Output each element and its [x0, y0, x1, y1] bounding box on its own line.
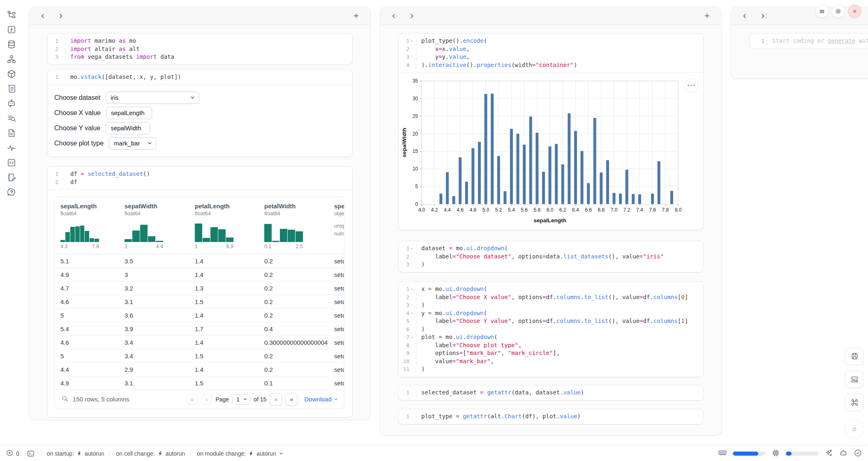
code-editor[interactable]: 1plot_type = getattr(alt.Chart(df), plot… — [399, 409, 703, 424]
tree-icon[interactable] — [6, 9, 17, 21]
stop-icon[interactable] — [845, 420, 864, 439]
generate-link[interactable]: generate — [828, 37, 855, 44]
code-line[interactable]: ) — [416, 260, 703, 269]
chevron-right-icon[interactable] — [55, 11, 66, 21]
code-line[interactable]: value="mark_bar", — [416, 357, 703, 366]
table-row[interactable]: 4.73.21.30.2setosa — [55, 281, 344, 295]
table-row[interactable]: 4.42.91.40.2setosa — [55, 362, 344, 376]
sitemap-icon[interactable] — [6, 53, 17, 65]
chevron-right-icon[interactable] — [406, 11, 417, 21]
dropdown-choose-y-value[interactable]: sepalWidth — [106, 122, 150, 134]
code-line[interactable]: x = mo.ui.dropdown( — [416, 285, 703, 293]
page-select[interactable]: 1 — [232, 394, 250, 405]
code-line[interactable]: options=["mark_bar", "mark_circle"], — [416, 349, 703, 357]
column-header[interactable]: speciesobjectunique:nulls: — [334, 203, 344, 249]
chevron-left-icon[interactable] — [37, 11, 48, 21]
help-bubble-icon[interactable] — [6, 187, 17, 198]
code-line[interactable]: mo.vstack([dataset, x, y, plot]) — [65, 73, 352, 81]
column-header[interactable]: petalWidthfloat640.12.5 — [264, 203, 334, 249]
code-line[interactable]: label="Choose X value", options=df.colum… — [416, 293, 703, 302]
code-editor[interactable]: 1 Start coding or generate with AI — [750, 34, 868, 48]
table-row[interactable]: 5.13.51.40.2setosa — [55, 254, 344, 267]
cell-chart[interactable]: 1plot_type().encode(2 x=x.value,3 y=y.va… — [398, 33, 704, 230]
terminal-icon[interactable] — [27, 449, 35, 458]
table-row[interactable]: 4.931.40.2setosa — [55, 267, 344, 281]
code-line[interactable]: ).interactive().properties(width="contai… — [416, 61, 703, 69]
command-icon[interactable] — [845, 394, 864, 411]
pulse-icon[interactable] — [6, 142, 17, 154]
code-line[interactable]: df = selected_dataset() — [65, 170, 352, 178]
table-row[interactable]: 53.41.50.2setosa — [55, 349, 344, 362]
runtime-config-item[interactable]: on module change:autorun — [197, 450, 284, 457]
cell-xyplot-dropdowns[interactable]: 1x = mo.ui.dropdown(2 label="Choose X va… — [398, 281, 704, 377]
code-editor[interactable]: 1x = mo.ui.dropdown(2 label="Choose X va… — [399, 282, 703, 377]
cell-dataframe[interactable]: 1df = selected_dataset()2df sepalLengthf… — [47, 166, 353, 417]
cell-empty[interactable]: 1 Start coding or generate with AI — [749, 33, 868, 49]
function-icon[interactable] — [6, 24, 17, 35]
code-editor[interactable]: 1selected_dataset = getattr(data, datase… — [399, 385, 703, 400]
table-row[interactable]: 5.43.91.70.4setosa — [55, 322, 344, 335]
code-editor[interactable]: 1df = selected_dataset()2df — [48, 167, 352, 189]
code-editor[interactable]: 1dataset = mo.ui.dropdown(2 label="Choos… — [399, 241, 703, 272]
chat-bot-icon[interactable] — [6, 98, 17, 109]
code-placeholder[interactable]: Start coding or generate with AI — [767, 37, 868, 45]
table-row[interactable]: 4.63.41.40.30000000000000004setosa — [55, 335, 344, 349]
table-row[interactable]: 4.63.11.50.2setosa — [55, 295, 344, 308]
dropdown-choose-plot-type[interactable]: mark_bar — [109, 137, 157, 150]
prev-page-button[interactable]: ‹ — [201, 394, 212, 405]
document-icon[interactable] — [6, 127, 17, 139]
code-editor[interactable]: 1import marimo as mo2import altair as al… — [48, 34, 352, 65]
last-page-button[interactable]: » — [285, 393, 298, 406]
code-line[interactable]: import altair as alt — [65, 45, 352, 53]
code-editor[interactable]: 1plot_type().encode(2 x=x.value,3 y=y.va… — [399, 34, 703, 72]
database-icon[interactable] — [6, 39, 17, 50]
cell-vstack[interactable]: 1mo.vstack([dataset, x, y, plot]) Choose… — [47, 69, 353, 157]
code-line[interactable]: from vega_datasets import data — [65, 53, 352, 61]
scroll-icon[interactable] — [6, 83, 17, 95]
cell-selected-dataset[interactable]: 1selected_dataset = getattr(data, datase… — [398, 385, 704, 401]
runtime-config-item[interactable]: on startup:autorun — [47, 450, 104, 457]
cell-dataset-dropdown[interactable]: 1dataset = mo.ui.dropdown(2 label="Choos… — [398, 241, 704, 272]
save-icon[interactable] — [845, 348, 864, 365]
chevron-right-icon[interactable] — [757, 11, 768, 21]
code-line[interactable]: plot = mo.ui.dropdown( — [416, 333, 703, 341]
code-line[interactable]: ) — [416, 325, 703, 334]
code-line[interactable]: ) — [416, 365, 703, 373]
runtime-config-item[interactable]: on cell change:autorun — [116, 450, 185, 457]
add-cell-icon[interactable] — [702, 11, 712, 21]
code-line[interactable]: import marimo as mo — [65, 37, 352, 45]
next-page-button[interactable]: › — [270, 393, 282, 406]
notebook-pencil-icon[interactable] — [6, 172, 17, 183]
table-row[interactable]: 53.61.40.2setosa — [55, 308, 344, 322]
chevron-left-icon[interactable] — [739, 11, 750, 21]
cell-imports[interactable]: 1import marimo as mo2import altair as al… — [47, 33, 353, 65]
layout-grid-icon[interactable] — [845, 371, 864, 388]
add-cell-icon[interactable] — [351, 11, 361, 21]
chart-menu-button[interactable] — [684, 78, 698, 92]
cube-icon[interactable] — [6, 68, 17, 80]
code-block-icon[interactable] — [6, 157, 17, 168]
code-line[interactable]: dataset = mo.ui.dropdown( — [416, 244, 703, 253]
download-button[interactable]: Download — [304, 396, 338, 403]
table-row[interactable]: 4.93.11.50.1setosa — [55, 376, 344, 390]
code-line[interactable]: selected_dataset = getattr(data, dataset… — [416, 389, 703, 397]
code-line[interactable]: label="Choose Y value", options=df.colum… — [416, 317, 703, 325]
code-line[interactable]: ) — [416, 301, 703, 309]
cell-plot-type[interactable]: 1plot_type = getattr(alt.Chart(df), plot… — [398, 409, 704, 424]
column-header[interactable]: sepalLengthfloat644.37.9 — [60, 203, 125, 249]
chevron-left-icon[interactable] — [388, 11, 399, 21]
search-icon[interactable] — [61, 395, 69, 404]
robot-icon[interactable] — [839, 448, 848, 459]
code-line[interactable]: label="Choose dataset", options=data.lis… — [416, 253, 703, 261]
code-line[interactable]: label="Choose plot type", — [416, 341, 703, 350]
check-circle-icon[interactable] — [854, 449, 862, 459]
gear-icon[interactable] — [831, 5, 845, 18]
first-page-button[interactable]: « — [187, 394, 198, 405]
close-icon[interactable] — [848, 5, 861, 18]
code-line[interactable]: plot_type().encode( — [416, 37, 703, 45]
code-line[interactable]: y=y.value, — [416, 53, 703, 61]
menu-button[interactable] — [815, 5, 829, 18]
sparkles-icon[interactable] — [824, 449, 833, 459]
code-line[interactable]: df — [65, 178, 352, 187]
dropdown-choose-x-value[interactable]: sepalLength — [106, 107, 152, 119]
